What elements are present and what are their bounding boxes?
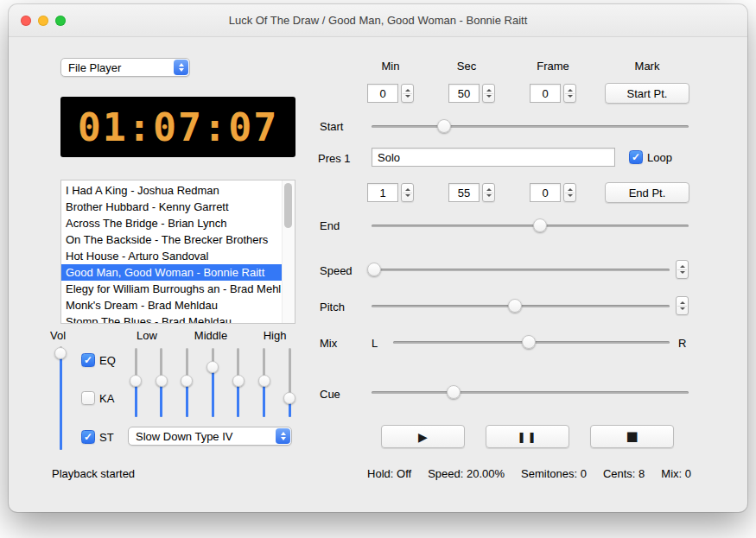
- slider-thumb[interactable]: [181, 375, 193, 387]
- stepper-down-icon[interactable]: [405, 95, 410, 98]
- status-stat: Hold: Off: [367, 467, 411, 480]
- col-header-mark: Mark: [635, 60, 660, 73]
- slider-thumb[interactable]: [206, 361, 219, 373]
- start-slider[interactable]: [372, 119, 689, 133]
- speed-slider[interactable]: [372, 263, 670, 276]
- end-point-button[interactable]: End Pt.: [605, 182, 689, 203]
- stepper-down-icon[interactable]: [486, 95, 492, 98]
- stop-icon: ■: [626, 430, 638, 443]
- slider-thumb[interactable]: [447, 385, 461, 399]
- list-item[interactable]: Monk's Dream - Brad Mehldau: [61, 297, 282, 313]
- ka-checkbox[interactable]: ✓ KA: [81, 391, 114, 405]
- slider-thumb[interactable]: [232, 375, 245, 387]
- end-min-input[interactable]: [367, 183, 398, 202]
- slider-thumb[interactable]: [508, 299, 522, 313]
- end-sec-stepper[interactable]: [482, 183, 495, 202]
- status-stats: Hold: OffSpeed: 20.00%Semitones: 0Cents:…: [367, 467, 691, 480]
- checkbox-label: KA: [99, 392, 114, 405]
- play-button[interactable]: ▶: [381, 425, 465, 448]
- start-min-stepper[interactable]: [401, 84, 414, 103]
- stepper-up-icon[interactable]: [568, 89, 573, 92]
- eq-band-slider[interactable]: [130, 348, 142, 417]
- start-label: Start: [320, 120, 343, 133]
- slider-thumb[interactable]: [522, 335, 536, 349]
- stepper-up-icon[interactable]: [680, 301, 685, 304]
- mode-select[interactable]: File Player: [60, 58, 190, 77]
- start-sec-field: [448, 84, 495, 103]
- checkbox-box[interactable]: ✓: [629, 150, 643, 164]
- end-frame-input[interactable]: [530, 183, 561, 202]
- stepper-up-icon[interactable]: [405, 188, 410, 191]
- stepper-down-icon[interactable]: [486, 194, 492, 197]
- list-item[interactable]: I Had A King - Joshua Redman: [61, 182, 282, 199]
- pause-button[interactable]: ❚❚: [486, 425, 569, 448]
- stepper-up-icon[interactable]: [486, 89, 492, 92]
- list-item[interactable]: Stomp The Blues - Brad Mehldau: [61, 313, 282, 324]
- checkbox-box[interactable]: ✓: [81, 353, 95, 367]
- cue-slider[interactable]: [372, 385, 689, 399]
- st-checkbox[interactable]: ✓ ST: [81, 430, 114, 444]
- checkbox-box[interactable]: ✓: [81, 391, 95, 405]
- start-frame-field: [530, 84, 576, 103]
- scrollbar-thumb[interactable]: [284, 183, 292, 228]
- slider-thumb[interactable]: [533, 218, 547, 232]
- title-bar[interactable]: Luck Of The Draw / Good Man, Good Woman …: [9, 4, 747, 37]
- stepper-up-icon[interactable]: [405, 89, 410, 92]
- eq-checkbox[interactable]: ✓ EQ: [81, 353, 116, 367]
- eq-band-slider[interactable]: [258, 348, 270, 417]
- slider-thumb[interactable]: [367, 263, 381, 276]
- list-item[interactable]: Elegy for William Burroughs an - Brad Me…: [61, 281, 282, 297]
- stepper-down-icon[interactable]: [680, 271, 685, 274]
- start-sec-stepper[interactable]: [482, 84, 495, 103]
- checkbox-box[interactable]: ✓: [81, 430, 95, 444]
- stepper-down-icon[interactable]: [680, 307, 685, 310]
- loop-checkbox[interactable]: ✓ Loop: [629, 150, 672, 164]
- slider-thumb[interactable]: [156, 375, 168, 387]
- slowdown-type-value: Slow Down Type IV: [129, 430, 276, 443]
- start-sec-input[interactable]: [448, 84, 480, 103]
- checkbox-label: ST: [99, 431, 114, 444]
- start-point-button[interactable]: Start Pt.: [605, 83, 689, 104]
- stepper-up-icon[interactable]: [568, 188, 573, 191]
- start-min-input[interactable]: [367, 84, 398, 103]
- list-item[interactable]: Good Man, Good Woman - Bonnie Raitt: [61, 264, 282, 281]
- stop-button[interactable]: ■: [590, 425, 674, 448]
- pitch-slider[interactable]: [372, 299, 670, 313]
- end-frame-stepper[interactable]: [563, 183, 576, 202]
- slowdown-type-select[interactable]: Slow Down Type IV: [128, 427, 292, 446]
- slider-thumb[interactable]: [130, 375, 142, 387]
- end-slider[interactable]: [372, 218, 689, 232]
- eq-band-slider[interactable]: [181, 348, 193, 417]
- start-frame-input[interactable]: [530, 84, 561, 103]
- slider-thumb[interactable]: [283, 392, 295, 404]
- end-sec-input[interactable]: [448, 183, 480, 202]
- list-item[interactable]: Across The Bridge - Brian Lynch: [61, 215, 282, 231]
- pause-icon: ❚❚: [517, 432, 537, 442]
- list-item[interactable]: On The Backside - The Brecker Brothers: [61, 231, 282, 248]
- arrow-down-icon: [179, 68, 184, 72]
- end-min-field: [367, 183, 414, 202]
- eq-band-slider[interactable]: [206, 348, 219, 417]
- stepper-up-icon[interactable]: [680, 265, 685, 268]
- eq-band-slider[interactable]: [232, 348, 245, 417]
- stepper-down-icon[interactable]: [568, 194, 573, 197]
- stepper-down-icon[interactable]: [405, 194, 410, 197]
- start-frame-stepper[interactable]: [563, 84, 576, 103]
- mix-slider[interactable]: [393, 335, 670, 349]
- slider-track: [372, 125, 689, 128]
- slider-thumb[interactable]: [437, 119, 451, 133]
- arrow-up-icon: [281, 432, 286, 435]
- eq-band-slider[interactable]: [156, 348, 168, 417]
- stepper-up-icon[interactable]: [486, 188, 492, 191]
- pres-input[interactable]: [372, 148, 615, 167]
- check-icon: ✓: [632, 152, 640, 162]
- eq-band-slider[interactable]: [283, 348, 295, 417]
- end-min-stepper[interactable]: [401, 183, 414, 202]
- list-item[interactable]: Brother Hubbard - Kenny Garrett: [61, 199, 282, 215]
- pitch-stepper[interactable]: [676, 296, 689, 315]
- slider-thumb[interactable]: [258, 375, 270, 387]
- playlist-scrollbar[interactable]: [282, 180, 295, 323]
- stepper-down-icon[interactable]: [568, 95, 573, 98]
- list-item[interactable]: Hot House - Arturo Sandoval: [61, 248, 282, 264]
- speed-stepper[interactable]: [676, 260, 689, 279]
